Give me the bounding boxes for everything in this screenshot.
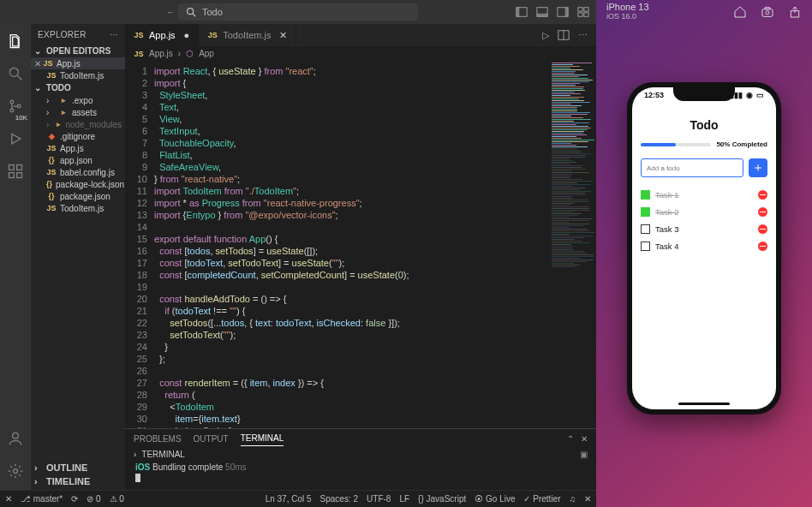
task-delete-button[interactable] xyxy=(758,242,767,251)
file-name: assets xyxy=(72,108,97,117)
panel-tab-output[interactable]: OUTPUT xyxy=(194,432,229,446)
status-item[interactable]: {} JavaScript xyxy=(418,494,466,504)
tree-item[interactable]: › ▸assets xyxy=(31,106,125,118)
js-file-icon: JS xyxy=(43,58,53,69)
terminal-profile-icon[interactable]: ▣ xyxy=(580,450,588,459)
task-delete-button[interactable] xyxy=(758,224,767,234)
search-icon[interactable] xyxy=(5,63,26,84)
project-label: TODO xyxy=(46,83,71,92)
close-icon[interactable]: ✕ xyxy=(279,30,287,41)
layout-sidebar-left-icon[interactable] xyxy=(516,6,528,18)
layout-sidebar-right-icon[interactable] xyxy=(557,6,569,18)
tree-item[interactable]: JSApp.js xyxy=(31,142,125,154)
tree-item[interactable]: {}app.json xyxy=(31,154,125,166)
editor-tab[interactable]: JSTodoItem.js ✕ xyxy=(199,24,296,46)
chevron-right-icon: › xyxy=(46,108,55,117)
outline-label: OUTLINE xyxy=(46,462,87,473)
extensions-icon[interactable] xyxy=(5,161,26,182)
code-editor[interactable]: 1234567891011121314151617181920212223242… xyxy=(125,62,596,428)
iphone-screen: 12:53 ▮▮▮ ◉ ▭ Todo 50% Completed xyxy=(632,87,776,409)
run-debug-icon[interactable] xyxy=(5,128,26,149)
task-label: Task 3 xyxy=(655,224,678,234)
source-control-icon[interactable]: 10K xyxy=(5,96,26,116)
terminal-body[interactable]: iOS Bundling complete 50ms xyxy=(125,461,596,486)
tree-item[interactable]: JSbabel.config.js xyxy=(31,166,125,178)
json-file-icon: {} xyxy=(46,191,57,201)
project-head[interactable]: ⌄TODO xyxy=(31,81,125,94)
add-todo-button[interactable]: ＋ xyxy=(749,158,767,177)
status-bar: ✕⎇ master*⟳⊘ 0⚠ 0 Ln 37, Col 5Spaces: 2U… xyxy=(0,490,596,507)
explorer-icon[interactable] xyxy=(5,31,26,51)
open-editor-item[interactable]: ✕ JSApp.js xyxy=(31,57,125,69)
chevron-right-icon: › xyxy=(46,120,52,129)
split-editor-icon[interactable] xyxy=(558,29,570,41)
tree-item[interactable]: ◆.gitignore xyxy=(31,130,125,142)
task-checkbox[interactable] xyxy=(641,190,650,200)
accounts-icon[interactable] xyxy=(5,428,26,449)
panel-close-icon[interactable]: ✕ xyxy=(581,434,588,444)
simulator-titlebar: iPhone 13 iOS 16.0 xyxy=(596,0,812,24)
task-checkbox[interactable] xyxy=(641,242,650,251)
sidebar-more-icon[interactable]: ⋯ xyxy=(110,30,118,39)
status-time: 12:53 xyxy=(644,91,664,99)
status-item[interactable]: ✕ xyxy=(5,494,12,504)
code-content[interactable]: import React, { useState } from "react";… xyxy=(154,62,596,428)
status-item[interactable]: ⟳ xyxy=(71,494,78,504)
status-item[interactable]: Spaces: 2 xyxy=(320,494,358,504)
svg-point-15 xyxy=(10,109,14,112)
panel-maximize-icon[interactable]: ⌃ xyxy=(567,434,574,444)
timeline-head[interactable]: ›TIMELINE xyxy=(31,474,125,488)
todo-app: Todo 50% Completed ＋ Task 1 Task 2 Task … xyxy=(632,110,776,409)
status-item[interactable]: ⚠ 0 xyxy=(110,494,124,504)
command-center[interactable]: Todo xyxy=(178,3,418,21)
device-os: iOS 16.0 xyxy=(606,12,649,21)
file-name: TodoItem.js xyxy=(60,204,104,213)
editor-tab[interactable]: JSApp.js ● xyxy=(125,24,199,46)
svg-point-22 xyxy=(13,432,19,438)
status-item[interactable]: ✕ xyxy=(584,494,591,504)
layout-customize-icon[interactable] xyxy=(577,6,589,18)
tree-item[interactable]: JSTodoItem.js xyxy=(31,202,125,214)
task-checkbox[interactable] xyxy=(641,207,650,217)
layout-panel-icon[interactable] xyxy=(536,6,548,18)
dirty-dot-icon[interactable]: ● xyxy=(184,30,190,40)
settings-gear-icon[interactable] xyxy=(5,461,26,481)
panel-tab-terminal[interactable]: TERMINAL xyxy=(241,431,284,446)
svg-rect-21 xyxy=(17,173,22,178)
task-delete-button[interactable] xyxy=(758,207,767,217)
run-icon[interactable]: ▷ xyxy=(542,30,549,41)
task-checkbox[interactable] xyxy=(641,224,650,234)
open-editors-head[interactable]: ⌄OPEN EDITORS xyxy=(31,45,125,57)
open-editor-item[interactable]: JSTodoItem.js xyxy=(31,69,125,81)
status-item[interactable]: ⊘ 0 xyxy=(87,494,100,504)
json-file-icon: {} xyxy=(46,155,57,165)
status-item[interactable]: ✓ Prettier xyxy=(523,494,560,504)
status-item[interactable]: ⎇ master* xyxy=(21,494,63,504)
close-icon[interactable]: ✕ xyxy=(34,59,41,69)
app-title: Todo xyxy=(641,118,767,132)
tree-item[interactable]: › ▸.expo xyxy=(31,94,125,106)
svg-point-27 xyxy=(766,11,769,15)
add-todo-input[interactable] xyxy=(641,158,743,177)
home-indicator[interactable] xyxy=(678,403,730,405)
status-item[interactable]: ⦿ Go Live xyxy=(475,494,515,504)
tree-item[interactable]: {}package-lock.json xyxy=(31,178,125,190)
file-name: App.js xyxy=(60,144,84,153)
tree-item[interactable]: › ▸node_modules xyxy=(31,118,125,130)
panel-tab-problems[interactable]: PROBLEMS xyxy=(134,432,182,446)
share-icon[interactable] xyxy=(788,5,802,19)
status-item[interactable]: UTF-8 xyxy=(367,494,391,504)
nav-back-icon[interactable]: ← xyxy=(166,7,176,17)
tree-item[interactable]: {}package.json xyxy=(31,190,125,202)
svg-line-1 xyxy=(193,14,196,17)
status-item[interactable]: Ln 37, Col 5 xyxy=(266,494,312,504)
breadcrumb[interactable]: JS App.js › ⬡ App xyxy=(125,46,596,62)
screenshot-icon[interactable] xyxy=(761,5,774,19)
outline-head[interactable]: ›OUTLINE xyxy=(31,461,125,474)
task-delete-button[interactable] xyxy=(758,190,767,200)
status-item[interactable]: ♫ xyxy=(570,494,576,504)
home-icon[interactable] xyxy=(733,5,747,19)
more-icon[interactable]: ⋯ xyxy=(578,30,588,41)
status-item[interactable]: LF xyxy=(399,494,409,504)
minimap[interactable] xyxy=(546,62,596,428)
